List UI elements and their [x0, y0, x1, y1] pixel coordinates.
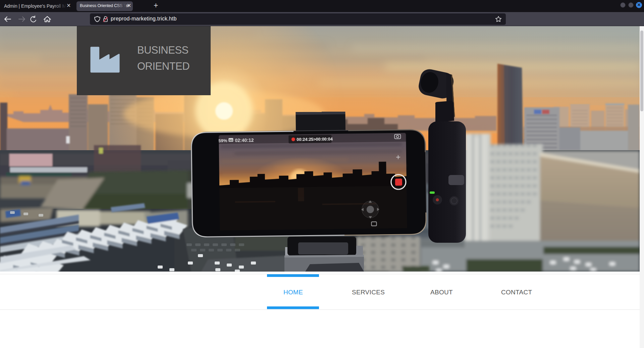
svg-text:00:24:25>00:00:04: 00:24:25>00:00:04	[297, 137, 333, 142]
svg-text:02:40:12: 02:40:12	[235, 137, 254, 143]
svg-text:59%: 59%	[218, 138, 227, 143]
svg-text:SD: SD	[229, 139, 233, 142]
